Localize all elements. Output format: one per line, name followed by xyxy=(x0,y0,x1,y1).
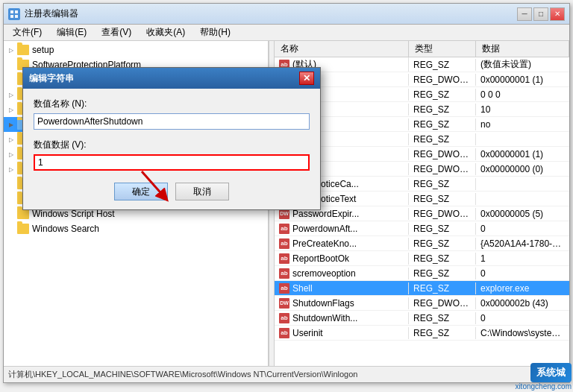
reg-type: REG_SZ xyxy=(409,223,476,235)
arrow-icon: ▷ xyxy=(7,105,16,114)
reg-data: {A520A1A4-1780-4FF6-B xyxy=(476,238,569,250)
arrow-icon: ▷ xyxy=(7,135,16,144)
status-bar: 计算机\HKEY_LOCAL_MACHINE\SOFTWARE\Microsof… xyxy=(4,366,569,382)
reg-data: (数值未设置) xyxy=(476,57,569,72)
tree-item-search[interactable]: Windows Search xyxy=(4,221,268,236)
arrow-icon: ▷ xyxy=(7,90,16,99)
reg-name: DW ShutdownFlags xyxy=(275,297,409,309)
dialog-cancel-button[interactable]: 取消 xyxy=(175,183,229,200)
col-header-name[interactable]: 名称 xyxy=(275,41,409,57)
reg-type: REG_SZ xyxy=(409,104,476,116)
reg-sz-icon: ab xyxy=(279,224,289,234)
close-button[interactable]: ✕ xyxy=(550,7,565,21)
tree-label: setup xyxy=(32,45,54,55)
reg-type: REG_SZ xyxy=(409,312,476,324)
reg-name: ab Shell xyxy=(275,282,409,294)
window-controls: ─ □ ✕ xyxy=(517,7,565,21)
arrow-icon xyxy=(7,195,16,203)
reg-data: 0 xyxy=(476,268,569,279)
reg-name: ab PowerdownAft... xyxy=(275,223,409,235)
dialog-title-bar: 编辑字符串 ✕ xyxy=(23,68,320,89)
svg-rect-1 xyxy=(15,10,18,13)
reg-sz-icon: ab xyxy=(279,283,289,294)
dialog-close-button[interactable]: ✕ xyxy=(299,72,314,85)
title-bar: 注册表编辑器 ─ □ ✕ xyxy=(4,4,569,25)
arrow-indicator xyxy=(134,164,179,209)
folder-icon xyxy=(17,209,29,219)
reg-type: REG_SZ xyxy=(409,268,476,279)
reg-name: ab ShutdownWith... xyxy=(275,312,409,324)
reg-data: explorer.exe xyxy=(476,282,569,294)
watermark: 系统城 xitongcheng.com xyxy=(515,363,572,391)
reg-sz-icon: ab xyxy=(279,268,289,279)
reg-row-shell[interactable]: ab Shell REG_SZ explorer.exe xyxy=(275,281,569,296)
reg-data: 0x00000001 (1) xyxy=(476,74,569,86)
tree-label: Windows Search xyxy=(32,224,99,234)
reg-type: REG_DWORD xyxy=(409,148,476,160)
folder-icon xyxy=(17,224,29,234)
reg-type: REG_DWORD xyxy=(409,163,476,175)
shell-label: Shell xyxy=(292,283,313,294)
reg-data: 0x00000000 (0) xyxy=(476,163,569,175)
reg-type: REG_SZ xyxy=(409,89,476,101)
watermark-logo: 系统城 xyxy=(530,363,572,382)
reg-row-precreatekno[interactable]: ab PreCreateKno... REG_SZ {A520A1A4-1780… xyxy=(275,236,569,251)
menu-favorites[interactable]: 收藏夹(A) xyxy=(140,25,191,40)
arrow-icon xyxy=(7,75,16,84)
reg-row-userinit[interactable]: ab Userinit REG_SZ C:\Windows\system32\u xyxy=(275,326,569,341)
reg-sz-icon: ab xyxy=(279,313,289,323)
tree-item-setup[interactable]: ▷ setup xyxy=(4,42,268,57)
dialog-title: 编辑字符串 xyxy=(29,72,299,85)
maximize-button[interactable]: □ xyxy=(533,7,548,21)
reg-row-shutdownflags[interactable]: DW ShutdownFlags REG_DWORD 0x0000002b (4… xyxy=(275,296,569,311)
arrow-icon: ▷ xyxy=(7,150,16,159)
reg-name: ab scremoveoption xyxy=(275,268,409,279)
reg-data: 10 xyxy=(476,104,569,116)
reg-name: ab PreCreateKno... xyxy=(275,238,409,250)
registry-header: 名称 类型 数据 xyxy=(275,41,569,57)
reg-row-shutdownwith[interactable]: ab ShutdownWith... REG_SZ 0 xyxy=(275,311,569,326)
svg-line-5 xyxy=(142,171,164,197)
svg-rect-2 xyxy=(10,15,13,18)
svg-rect-3 xyxy=(15,15,18,18)
menu-view[interactable]: 查看(V) xyxy=(96,25,137,40)
svg-rect-0 xyxy=(10,10,13,13)
reg-data xyxy=(476,183,569,185)
reg-row-reportbootok[interactable]: ab ReportBootOk REG_SZ 1 xyxy=(275,251,569,266)
reg-data: 0x0000002b (43) xyxy=(476,297,569,309)
minimize-button[interactable]: ─ xyxy=(517,7,532,21)
reg-type: REG_DWORD xyxy=(409,208,476,220)
dialog-name-input[interactable] xyxy=(34,113,310,130)
reg-type: REG_SZ xyxy=(409,238,476,250)
reg-type: REG_SZ xyxy=(409,327,476,339)
reg-row-powerdownaft[interactable]: ab PowerdownAft... REG_SZ 0 xyxy=(275,221,569,236)
window-title: 注册表编辑器 xyxy=(25,7,517,20)
reg-data: C:\Windows\system32\u xyxy=(476,327,569,339)
reg-data: 1 xyxy=(476,253,569,265)
reg-name: ab ReportBootOk xyxy=(275,253,409,265)
arrow-icon: ▶ xyxy=(7,120,16,129)
app-icon xyxy=(8,8,20,20)
reg-data: 0 xyxy=(476,312,569,324)
status-path: 计算机\HKEY_LOCAL_MACHINE\SOFTWARE\Microsof… xyxy=(8,369,357,380)
reg-data: 0x00000001 (1) xyxy=(476,148,569,160)
watermark-url: xitongcheng.com xyxy=(515,382,572,391)
col-header-data[interactable]: 数据 xyxy=(476,41,569,57)
arrow-icon xyxy=(7,209,16,218)
menu-edit[interactable]: 编辑(E) xyxy=(51,25,93,40)
reg-type: REG_SZ xyxy=(409,282,476,294)
reg-type: REG_SZ xyxy=(409,133,476,145)
reg-type: REG_SZ xyxy=(409,178,476,190)
menu-file[interactable]: 文件(F) xyxy=(7,25,48,40)
tree-label: Windows Script Host xyxy=(32,209,115,219)
reg-type: REG_SZ xyxy=(409,193,476,205)
reg-row-scremoveoption[interactable]: ab scremoveoption REG_SZ 0 xyxy=(275,266,569,281)
menu-help[interactable]: 帮助(H) xyxy=(194,25,237,40)
reg-sz-icon: ab xyxy=(279,253,289,264)
reg-type: REG_SZ xyxy=(409,59,476,71)
col-header-type[interactable]: 类型 xyxy=(409,41,476,57)
reg-sz-icon: ab xyxy=(279,328,289,338)
reg-type: REG_SZ xyxy=(409,118,476,130)
menu-bar: 文件(F) 编辑(E) 查看(V) 收藏夹(A) 帮助(H) xyxy=(4,25,569,41)
arrow-icon xyxy=(7,180,16,189)
